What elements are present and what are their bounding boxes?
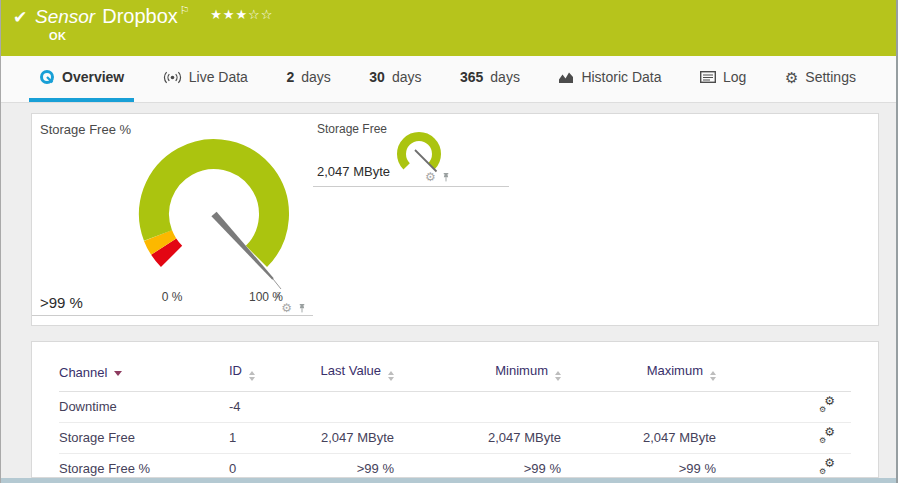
storage-free-pct-gauge: x̄ bbox=[102, 114, 332, 300]
log-list-icon bbox=[700, 71, 716, 83]
window-bottom-edge bbox=[1, 478, 896, 483]
channel-id-cell: -4 bbox=[229, 392, 294, 423]
object-type-label: Sensor bbox=[35, 6, 95, 27]
flag-icon[interactable]: ⚐ bbox=[180, 4, 190, 16]
area-chart-icon bbox=[558, 71, 574, 84]
tab-label: Overview bbox=[62, 69, 124, 85]
sort-icon bbox=[555, 371, 561, 381]
edit-channel-icon[interactable]: ⚙⚙ bbox=[819, 398, 835, 412]
gauges-panel: Storage Free % x̄ 0 % 100 % >99 % ⚙ bbox=[31, 113, 879, 326]
sort-icon bbox=[249, 371, 255, 381]
tab-live-data[interactable]: Live Data bbox=[153, 56, 258, 102]
actions-cell: ⚙⚙ bbox=[716, 423, 851, 454]
column-header-minimum[interactable]: Minimum bbox=[394, 360, 561, 392]
sensor-title: SensorDropbox⚐ ★★★☆☆ bbox=[35, 4, 273, 28]
edit-channel-icon[interactable]: ⚙⚙ bbox=[819, 460, 835, 474]
tab-overview[interactable]: Overview bbox=[29, 56, 134, 102]
gear-icon[interactable]: ⚙ bbox=[281, 302, 292, 314]
column-header-id[interactable]: ID bbox=[229, 360, 294, 392]
edit-channel-icon[interactable]: ⚙⚙ bbox=[819, 429, 835, 443]
tab-label: days bbox=[490, 69, 520, 85]
gauge-tile-storage-free-pct[interactable]: Storage Free % x̄ 0 % 100 % >99 % ⚙ bbox=[32, 114, 313, 316]
sensor-name: Dropbox bbox=[102, 5, 178, 27]
maximum-cell: 2,047 MByte bbox=[561, 423, 716, 454]
last-value-cell: 2,047 MByte bbox=[294, 423, 394, 454]
gauge-scale-min: 0 % bbox=[156, 290, 188, 304]
tab-number: 2 bbox=[286, 69, 294, 85]
tab-label: Settings bbox=[805, 69, 856, 85]
gear-icon[interactable]: ⚙ bbox=[425, 171, 436, 183]
stars-empty: ☆☆ bbox=[248, 7, 273, 22]
priority-stars[interactable]: ★★★☆☆ bbox=[210, 7, 273, 22]
channel-name-cell: Storage Free bbox=[59, 423, 229, 454]
gauge-value: 2,047 MByte bbox=[317, 164, 390, 179]
tab-historic-data[interactable]: Historic Data bbox=[548, 56, 671, 102]
tab-log[interactable]: Log bbox=[690, 56, 756, 102]
status-ok-check-icon: ✔ bbox=[13, 7, 27, 28]
table-row-storage-free: Storage Free 1 2,047 MByte 2,047 MByte 2… bbox=[59, 423, 851, 454]
tab-label: Historic Data bbox=[581, 69, 661, 85]
gear-icon: ⚙ bbox=[785, 70, 798, 85]
column-header-actions bbox=[716, 360, 851, 392]
tab-number: 30 bbox=[369, 69, 385, 85]
gauge-tile-storage-free[interactable]: Storage Free 2,047 MByte ⚙ bbox=[313, 114, 509, 187]
sensor-header: ✔ SensorDropbox⚐ ★★★☆☆ OK bbox=[1, 0, 896, 56]
tab-settings[interactable]: ⚙ Settings bbox=[775, 56, 866, 102]
live-signal-icon bbox=[163, 71, 182, 84]
column-header-channel[interactable]: Channel bbox=[59, 360, 229, 392]
tab-number: 365 bbox=[460, 69, 483, 85]
table-row-downtime: Downtime -4 ⚙⚙ bbox=[59, 392, 851, 423]
tab-30-days[interactable]: 30 days bbox=[359, 56, 431, 102]
pin-icon[interactable] bbox=[297, 303, 307, 314]
tab-bar: Overview Live Data 2 days 30 days 365 da… bbox=[1, 56, 896, 103]
minimum-cell bbox=[394, 392, 561, 423]
tab-label: Live Data bbox=[189, 69, 248, 85]
tab-label: Log bbox=[723, 69, 746, 85]
pin-icon[interactable] bbox=[441, 172, 451, 183]
sort-desc-icon bbox=[114, 371, 122, 376]
stars-filled: ★★★ bbox=[210, 7, 248, 22]
sort-icon bbox=[710, 371, 716, 381]
channels-panel: Channel ID Last Value Minimum Maximum Do… bbox=[31, 341, 879, 478]
overview-content: Storage Free % x̄ 0 % 100 % >99 % ⚙ bbox=[1, 103, 896, 478]
actions-cell: ⚙⚙ bbox=[716, 392, 851, 423]
prtg-sensor-window: ✔ SensorDropbox⚐ ★★★☆☆ OK Overview Live … bbox=[0, 0, 898, 483]
table-header-row: Channel ID Last Value Minimum Maximum bbox=[59, 360, 851, 392]
sort-icon bbox=[388, 371, 394, 381]
tab-label: days bbox=[392, 69, 422, 85]
gauge-tools: ⚙ bbox=[425, 171, 451, 183]
last-value-cell bbox=[294, 392, 394, 423]
gauge-tools: ⚙ bbox=[281, 302, 307, 314]
tab-365-days[interactable]: 365 days bbox=[450, 56, 530, 102]
column-header-last-value[interactable]: Last Value bbox=[294, 360, 394, 392]
minimum-cell: 2,047 MByte bbox=[394, 423, 561, 454]
sensor-status-badge: OK bbox=[49, 30, 67, 42]
tab-2-days[interactable]: 2 days bbox=[276, 56, 340, 102]
tab-label: days bbox=[301, 69, 331, 85]
maximum-cell bbox=[561, 392, 716, 423]
gauge-icon bbox=[39, 69, 55, 85]
channels-table: Channel ID Last Value Minimum Maximum Do… bbox=[59, 360, 851, 483]
channel-name-cell: Downtime bbox=[59, 392, 229, 423]
gauge-title: Storage Free bbox=[317, 122, 387, 136]
column-header-maximum[interactable]: Maximum bbox=[561, 360, 716, 392]
channel-id-cell: 1 bbox=[229, 423, 294, 454]
gauge-value: >99 % bbox=[40, 294, 83, 311]
